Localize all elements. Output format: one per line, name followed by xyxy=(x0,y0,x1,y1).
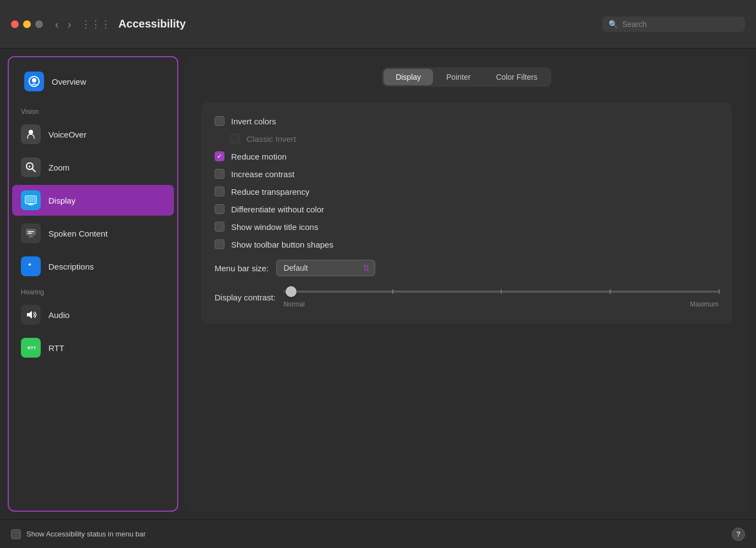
bottom-bar: Show Accessibility status in menu bar ? xyxy=(0,519,756,548)
increase-contrast-row: Increase contrast xyxy=(215,165,719,183)
reduce-motion-checkbox[interactable]: ✓ xyxy=(215,151,224,161)
differentiate-without-color-checkbox[interactable] xyxy=(215,204,224,214)
menu-bar-size-select-wrapper: Default Large ⇅ xyxy=(276,260,375,276)
overview-icon xyxy=(24,72,44,91)
show-window-title-icons-label: Show window title icons xyxy=(231,222,318,232)
display-contrast-row: Display contrast: Normal Maximum xyxy=(215,281,719,314)
slider-min-label: Normal xyxy=(283,300,305,308)
bottom-bar-left: Show Accessibility status in menu bar xyxy=(11,529,146,539)
minimize-button[interactable] xyxy=(23,20,31,28)
display-contrast-label: Display contrast: xyxy=(215,293,276,302)
sidebar-item-zoom[interactable]: + Zoom xyxy=(12,152,174,183)
svg-marker-10 xyxy=(27,311,32,319)
menu-bar-size-label: Menu bar size: xyxy=(215,264,269,273)
sidebar-item-descriptions[interactable]: ❝ Descriptions xyxy=(12,251,174,282)
audio-label: Audio xyxy=(48,310,69,320)
tabs: Display Pointer Color Filters xyxy=(201,67,732,87)
content-panel: Display Pointer Color Filters Invert col… xyxy=(185,56,748,512)
sidebar-item-overview[interactable]: Overview xyxy=(15,66,171,97)
show-toolbar-button-shapes-checkbox[interactable] xyxy=(215,239,224,249)
reduce-motion-row: ✓ Reduce motion xyxy=(215,147,719,165)
search-box[interactable]: 🔍 xyxy=(602,17,745,32)
svg-rect-6 xyxy=(25,196,36,202)
sidebar-item-voiceover[interactable]: VoiceOver xyxy=(12,119,174,150)
show-toolbar-button-shapes-label: Show toolbar button shapes xyxy=(231,240,333,249)
status-menu-bar-checkbox[interactable] xyxy=(11,529,21,539)
invert-colors-row: Invert colors xyxy=(215,112,719,130)
slider-track xyxy=(283,291,719,293)
sidebar: Overview Vision VoiceOver + xyxy=(8,56,178,512)
nav-arrows: ‹ › xyxy=(52,17,74,32)
titlebar: ‹ › ⋮⋮⋮ Accessibility 🔍 xyxy=(0,0,756,48)
slider-max-label: Maximum xyxy=(690,300,719,308)
descriptions-label: Descriptions xyxy=(48,262,94,271)
tab-pointer[interactable]: Pointer xyxy=(434,69,483,85)
spoken-content-icon xyxy=(21,223,41,243)
svg-rect-7 xyxy=(26,229,36,235)
fullscreen-button[interactable] xyxy=(35,20,43,28)
forward-button[interactable]: › xyxy=(64,17,75,32)
slider-labels: Normal Maximum xyxy=(283,300,719,308)
differentiate-without-color-row: Differentiate without color xyxy=(215,200,719,218)
voiceover-icon xyxy=(21,124,41,144)
show-window-title-icons-checkbox[interactable] xyxy=(215,222,224,232)
show-toolbar-button-shapes-row: Show toolbar button shapes xyxy=(215,235,719,253)
invert-colors-checkbox[interactable] xyxy=(215,116,224,126)
zoom-label: Zoom xyxy=(48,163,69,172)
search-icon: 🔍 xyxy=(609,20,618,29)
sidebar-item-audio[interactable]: Audio xyxy=(12,299,174,330)
descriptions-icon: ❝ xyxy=(21,256,41,276)
rtt-icon: RTT xyxy=(21,338,41,358)
reduce-transparency-checkbox[interactable] xyxy=(215,187,224,196)
differentiate-without-color-label: Differentiate without color xyxy=(231,205,324,214)
slider-track-wrapper xyxy=(283,286,719,297)
increase-contrast-checkbox[interactable] xyxy=(215,169,224,179)
help-button[interactable]: ? xyxy=(732,528,745,541)
display-icon xyxy=(21,190,41,210)
spoken-content-label: Spoken Content xyxy=(48,229,108,238)
tab-display[interactable]: Display xyxy=(384,69,433,85)
reduce-motion-label: Reduce motion xyxy=(231,152,287,161)
close-button[interactable] xyxy=(11,20,19,28)
menu-bar-size-select[interactable]: Default Large xyxy=(276,260,375,276)
tab-group: Display Pointer Color Filters xyxy=(382,67,551,87)
classic-invert-checkbox[interactable] xyxy=(230,134,240,144)
reduce-transparency-row: Reduce transparency xyxy=(215,183,719,200)
vision-section-label: Vision xyxy=(9,102,177,118)
zoom-icon: + xyxy=(21,157,41,177)
back-button[interactable]: ‹ xyxy=(52,17,62,32)
slider-tick-4 xyxy=(719,289,720,294)
svg-rect-8 xyxy=(26,262,36,270)
main-content: Overview Vision VoiceOver + xyxy=(0,48,756,519)
status-menu-bar-label: Show Accessibility status in menu bar xyxy=(26,530,146,538)
audio-icon xyxy=(21,305,41,325)
slider-tick-2 xyxy=(501,289,502,294)
app-grid-icon[interactable]: ⋮⋮⋮ xyxy=(81,18,111,30)
settings-section: Invert colors Classic Invert ✓ Reduce mo… xyxy=(201,102,732,324)
hearing-section-label: Hearing xyxy=(9,283,177,298)
sidebar-item-rtt[interactable]: RTT RTT xyxy=(12,332,174,363)
page-title: Accessibility xyxy=(118,18,602,30)
show-window-title-icons-row: Show window title icons xyxy=(215,218,719,235)
menu-bar-size-row: Menu bar size: Default Large ⇅ xyxy=(215,253,719,281)
svg-text:RTT: RTT xyxy=(28,346,36,350)
sidebar-item-display[interactable]: Display xyxy=(12,185,174,216)
slider-thumb[interactable] xyxy=(286,286,297,297)
rtt-label: RTT xyxy=(48,343,64,353)
voiceover-label: VoiceOver xyxy=(48,130,86,139)
overview-label: Overview xyxy=(52,77,86,86)
sidebar-item-spoken-content[interactable]: Spoken Content xyxy=(12,218,174,249)
slider-tick-3 xyxy=(610,289,611,294)
classic-invert-label: Classic Invert xyxy=(246,134,296,144)
svg-text:+: + xyxy=(28,164,31,169)
slider-tick-1 xyxy=(392,289,393,294)
sidebar-top: Overview xyxy=(9,57,177,102)
tab-color-filters[interactable]: Color Filters xyxy=(484,69,549,85)
invert-colors-label: Invert colors xyxy=(231,117,276,126)
classic-invert-row: Classic Invert xyxy=(215,130,719,147)
display-label: Display xyxy=(48,196,75,205)
traffic-lights xyxy=(11,20,43,28)
slider-container: Normal Maximum xyxy=(283,286,719,308)
search-input[interactable] xyxy=(622,20,738,29)
reduce-transparency-label: Reduce transparency xyxy=(231,187,310,196)
